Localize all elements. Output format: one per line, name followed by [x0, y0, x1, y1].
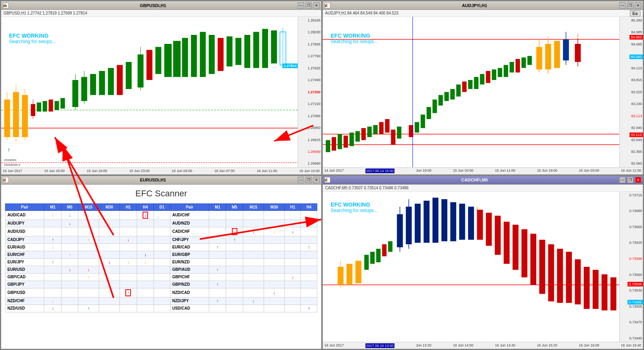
svg-rect-85	[498, 68, 502, 77]
cell-m30-left	[99, 288, 120, 297]
cadchf-restore[interactable]: ❐	[627, 177, 633, 183]
table-row: CAD/JPY ↑ ↑ ↓ CHF/JPY ↑	[5, 236, 317, 243]
price-1: 1.28165	[299, 18, 320, 22]
svg-rect-72	[421, 114, 425, 128]
cell-d1-left	[154, 288, 170, 297]
eurusd-minimize[interactable]: —	[298, 177, 304, 183]
gbpusd-title-left	[3, 2, 9, 9]
cell-m1-right	[209, 219, 226, 227]
svg-rect-129	[477, 210, 483, 240]
svg-rect-58	[332, 137, 336, 151]
price-9: 1.27085	[299, 114, 320, 118]
svg-text:↓: ↓	[577, 31, 579, 38]
svg-rect-65	[373, 125, 378, 134]
ctime-1: 16 Jun 2017	[324, 343, 344, 348]
price-10: 1.26950	[299, 126, 320, 130]
cell-h1-left	[120, 243, 137, 251]
svg-rect-67	[385, 119, 389, 133]
cell-m30-right	[264, 281, 285, 288]
gbpusd-restore[interactable]: ❐	[306, 2, 312, 9]
gbpusd-close[interactable]: ✕	[313, 2, 320, 9]
audjpy-close[interactable]: ✕	[635, 2, 641, 9]
cell-h1-left	[120, 266, 137, 273]
svg-rect-27	[108, 68, 114, 95]
cell-m1-left	[44, 273, 61, 281]
gbpusd-time-axis: 15 Jun 2017 15 Jun 15:00 15 Jun 19:00 15…	[1, 167, 321, 174]
cell-m5-right: ↑	[226, 236, 243, 243]
cprice-4: 0.73625	[620, 241, 642, 245]
audjpy-title-left	[324, 2, 331, 9]
cell-h4-right	[301, 266, 317, 273]
svg-rect-143	[602, 274, 608, 310]
cell-d1-left	[154, 273, 170, 281]
cell-h4-left	[137, 297, 154, 305]
svg-rect-141	[584, 267, 590, 308]
cell-m15-left	[78, 227, 99, 236]
atime-8: 16 Jun 11:00	[621, 169, 641, 173]
audjpy-icon	[324, 2, 331, 9]
eurusd-close[interactable]: ✕	[313, 177, 320, 183]
audjpy-restore[interactable]: ❐	[627, 2, 633, 9]
cell-h1-right: ↓	[285, 273, 301, 281]
cell-m1-right	[209, 251, 226, 258]
svg-rect-125	[450, 202, 456, 241]
cell-h4-left	[137, 281, 154, 288]
pair-cell-left: EUR/JPY	[5, 258, 44, 266]
cadchf-efc-title: EFC WORKING	[331, 201, 378, 208]
pair-cell-left: NZD/CHF	[5, 297, 44, 305]
cadchf-minimize[interactable]: —	[619, 177, 626, 183]
table-row: EUR/AUD ↓ EUR/CAD ↑ ↑	[5, 243, 317, 251]
cell-m5-right	[226, 297, 243, 305]
time-1: 15 Jun 2017	[3, 169, 22, 173]
col-m30-1: M30	[99, 203, 120, 210]
cprice-10: 0.73445	[620, 336, 642, 340]
audjpy-controls: — ❐ ✕	[619, 2, 641, 9]
cadchf-close[interactable]: ✕	[635, 177, 641, 183]
cell-m30-right	[264, 297, 285, 305]
cell-m5-right	[226, 305, 243, 312]
cell-d1-left	[154, 281, 170, 288]
cadchf-times: 16 Jun 2017 2017.06.16 13:00 Jun 13:20 1…	[324, 343, 641, 348]
cell-m15-right: ↓	[243, 297, 264, 305]
cell-h1-right	[285, 266, 301, 273]
price-8: 1.27220	[299, 102, 320, 106]
pair-cell-left: CAD/JPY	[5, 236, 44, 243]
svg-rect-61	[349, 132, 354, 146]
cell-m5-right	[226, 273, 243, 281]
cell-m30-left	[99, 297, 120, 305]
col-m1-2: M1	[209, 203, 226, 210]
audjpy-window: AUDJPYi,H1 — ❐ ✕ AUDJPY,H1 84.464 84.549…	[322, 1, 643, 175]
cell-m5-left: ↑	[61, 251, 78, 258]
cell-h4-left: ↓	[137, 210, 154, 219]
cadchf-chart: EFC WORKING Searching for setups...	[323, 192, 643, 342]
cell-m1-right: ↑	[209, 297, 226, 305]
svg-rect-136	[539, 239, 545, 294]
col-m30-2: M30	[264, 203, 285, 210]
scanner-title: EFC Scanner	[5, 189, 317, 199]
cadchf-window: CADCHFi,M5 — ❐ ✕ CADCHF,M5 0.73507 0.735…	[322, 176, 643, 350]
cell-h4-left	[137, 243, 154, 251]
cell-m1-left	[44, 219, 61, 227]
cell-m15-left	[78, 210, 99, 219]
ctime-4: 16 Jun 14:00	[453, 343, 473, 348]
svg-rect-84	[492, 69, 496, 80]
gbpusd-minimize[interactable]: —	[298, 2, 304, 9]
cell-m15-right	[243, 266, 264, 273]
cell-m5-left	[61, 243, 78, 251]
audjpy-efc-working: EFC WORKING Searching for setups...	[331, 33, 378, 44]
svg-rect-112	[364, 255, 369, 270]
price-13: 1.26680	[299, 161, 320, 165]
gbpusd-titlebar: GBPUSDi,H1 — ❐ ✕	[1, 1, 321, 10]
price-a2: 84.985	[620, 30, 642, 34]
cell-h4-right	[301, 281, 317, 288]
audjpy-minimize[interactable]: —	[619, 2, 626, 9]
cprice-8: 0.73505	[620, 305, 642, 308]
ctime-5: 16 Jun 14:40	[495, 343, 516, 348]
svg-rect-25	[90, 74, 96, 95]
cell-d1-left	[154, 219, 170, 227]
audjpy-efc-subtitle: Searching for setups...	[331, 39, 378, 44]
price-2: 1.28030	[299, 30, 320, 34]
eurusd-restore[interactable]: ❐	[306, 177, 312, 183]
scanner-table: Pair M1 M5 M15 M30 H1 H4 D1 Pair M1 M5 M…	[5, 203, 317, 312]
cprice-2: 0.73685	[620, 209, 642, 213]
